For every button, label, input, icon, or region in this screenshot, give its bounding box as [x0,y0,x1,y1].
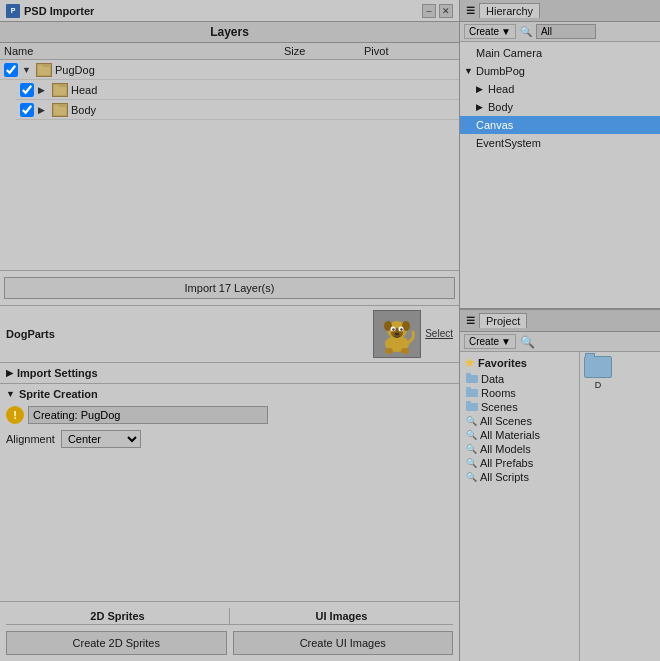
layer-row[interactable]: ▼ PugDog [0,60,459,80]
sprite-buttons-section: 2D Sprites UI Images Create 2D Sprites C… [0,601,459,661]
tree-item-eventsystem[interactable]: EventSystem [460,134,660,152]
fav-label: All Prefabs [480,457,533,469]
layer-folder-icon-pugdog [36,63,52,77]
sprite-creation-header[interactable]: ▼ Sprite Creation [6,388,453,400]
titlebar: P PSD Importer – ✕ [0,0,459,22]
fav-label: All Models [480,443,531,455]
svg-point-18 [385,348,393,354]
svg-point-17 [395,332,400,335]
warning-icon: ! [6,406,24,424]
import-button[interactable]: Import 17 Layer(s) [4,277,455,299]
creating-field[interactable] [28,406,268,424]
tree-item-canvas[interactable]: Canvas [460,116,660,134]
svg-rect-1 [38,65,43,68]
layer-row[interactable]: ▶ Head [16,80,459,100]
fav-label: All Scripts [480,471,529,483]
dog-parts-row: DogParts [0,305,459,363]
tree-item-label: Main Camera [476,47,542,59]
fav-item-all-prefabs[interactable]: 🔍 All Prefabs [460,456,579,470]
create-ui-images-button[interactable]: Create UI Images [233,631,454,655]
ui-images-label: UI Images [230,608,453,624]
layer-folder-icon-head [52,83,68,97]
hierarchy-tab[interactable]: Hierarchy [479,3,540,18]
hierarchy-titlebar: ☰ Hierarchy [460,0,660,22]
hierarchy-create-button[interactable]: Create ▼ [464,24,516,39]
fav-label: All Materials [480,429,540,441]
project-titlebar: ☰ Project [460,310,660,332]
minimize-button[interactable]: – [422,4,436,18]
close-button[interactable]: ✕ [439,4,453,18]
window-title-text: PSD Importer [24,5,94,17]
psd-importer-panel: P PSD Importer – ✕ Layers Name Size Pivo… [0,0,460,661]
hierarchy-panel: ☰ Hierarchy Create ▼ 🔍 Main Camera ▼ Dum… [460,0,660,310]
project-tab[interactable]: Project [479,313,527,328]
dog-thumbnail[interactable] [373,310,421,358]
fav-label: Data [481,373,504,385]
asset-item-d[interactable]: D [582,354,614,392]
tree-item-dumbpog[interactable]: ▼ DumbPog [460,62,660,80]
svg-rect-2 [54,87,66,95]
layer-checkbox-pugdog[interactable] [4,63,18,77]
tree-arrow: ▶ [476,102,486,112]
layer-name-body: Body [71,104,96,116]
fav-item-all-scripts[interactable]: 🔍 All Scripts [460,470,579,484]
hierarchy-tree: Main Camera ▼ DumbPog ▶ Head ▶ Body Canv… [460,42,660,308]
hierarchy-toolbar: Create ▼ 🔍 [460,22,660,42]
fav-item-rooms[interactable]: Rooms [460,386,579,400]
fav-item-all-scenes[interactable]: 🔍 All Scenes [460,414,579,428]
tree-item-label: EventSystem [476,137,541,149]
fav-item-all-models[interactable]: 🔍 All Models [460,442,579,456]
import-settings-header[interactable]: ▶ Import Settings [6,367,453,379]
layers-list: ▼ PugDog ▶ Head ▶ Body [0,60,459,270]
project-search-button[interactable]: 🔍 [520,335,535,349]
psd-icon: P [6,4,20,18]
layer-checkbox-body[interactable] [20,103,34,117]
folder-icon [466,401,478,413]
project-toolbar: Create ▼ 🔍 [460,332,660,352]
svg-rect-5 [54,105,59,108]
col-pivot-header: Pivot [364,45,444,57]
tree-item-head[interactable]: ▶ Head [472,80,660,98]
hierarchy-search-input[interactable] [536,24,596,39]
layer-arrow-pugdog[interactable]: ▼ [22,65,34,75]
sprite-buttons-labels: 2D Sprites UI Images [6,608,453,625]
layers-columns: Name Size Pivot [0,43,459,60]
tree-item-body[interactable]: ▶ Body [472,98,660,116]
fav-label: Scenes [481,401,518,413]
create-2d-sprites-button[interactable]: Create 2D Sprites [6,631,227,655]
import-settings-section: ▶ Import Settings [0,363,459,384]
layers-header: Layers [0,22,459,43]
select-button[interactable]: Select [425,328,453,339]
svg-rect-23 [466,387,471,390]
star-icon: ★ [464,356,475,370]
layer-row[interactable]: ▶ Body [16,100,459,120]
fav-item-data[interactable]: Data [460,372,579,386]
svg-rect-4 [54,107,66,115]
fav-label: Rooms [481,387,516,399]
dog-thumbnail-container: Select [373,310,453,358]
svg-point-16 [402,328,403,329]
fav-item-scenes[interactable]: Scenes [460,400,579,414]
tree-item-label: Canvas [476,119,513,131]
alignment-select[interactable]: Center Left Right Top Bottom Custom [61,430,141,448]
dog-parts-label: DogParts [6,328,55,340]
svg-rect-24 [466,403,478,411]
favorites-header[interactable]: ★ Favorites [460,354,579,372]
layer-arrow-head[interactable]: ▶ [38,85,50,95]
tree-item-label: Head [488,83,514,95]
window-controls: – ✕ [422,4,453,18]
hierarchy-icon: ☰ [466,5,475,16]
assets-column: D [580,352,660,661]
col-size-header: Size [284,45,364,57]
alignment-label: Alignment [6,433,55,445]
project-create-button[interactable]: Create ▼ [464,334,516,349]
layer-checkbox-head[interactable] [20,83,34,97]
create-arrow: ▼ [501,26,511,37]
svg-rect-0 [38,67,50,75]
project-content: ★ Favorites Data Rooms [460,352,660,661]
alignment-row: Alignment Center Left Right Top Bottom C… [6,430,453,448]
fav-item-all-materials[interactable]: 🔍 All Materials [460,428,579,442]
svg-rect-25 [466,401,471,404]
tree-item-main-camera[interactable]: Main Camera [460,44,660,62]
layer-arrow-body[interactable]: ▶ [38,105,50,115]
